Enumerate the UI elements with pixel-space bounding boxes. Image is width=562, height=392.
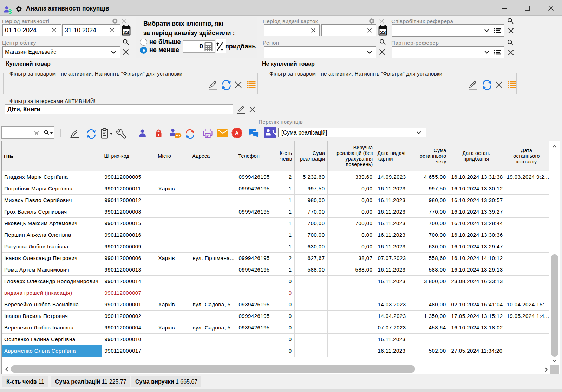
svg-text:$: $	[8, 8, 12, 15]
svg-text:23: 23	[123, 29, 129, 35]
svg-text:A: A	[235, 130, 239, 136]
svg-text:23: 23	[380, 29, 386, 35]
